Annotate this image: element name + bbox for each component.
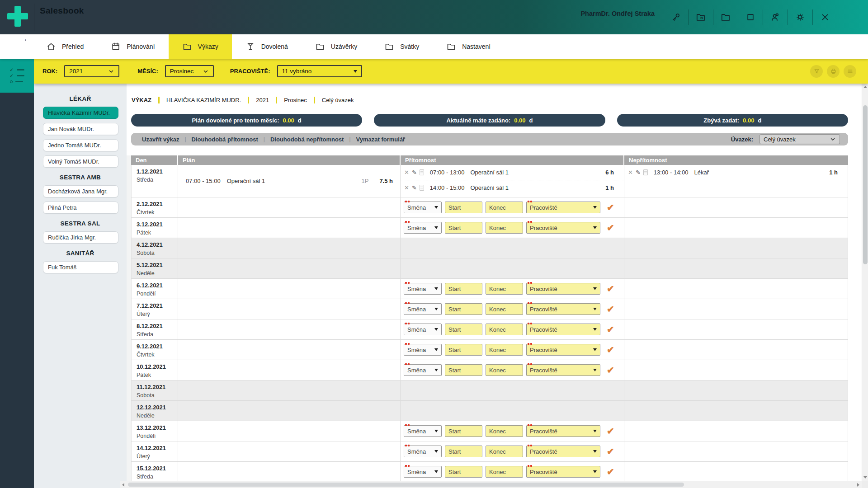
gear-icon[interactable] [795,12,806,23]
smena-select[interactable]: Směna [404,222,442,234]
start-input[interactable] [445,344,482,356]
pracoviste-row-select[interactable]: Pracoviště [526,344,600,356]
sidebar-item-pilna-petra[interactable]: Pilná Petra [43,202,118,214]
sidebar-item-rucicka-jirka-mgr-[interactable]: Ručička Jirka Mgr. [43,231,118,244]
smena-select[interactable]: Směna [404,446,442,457]
action-dlouhodoba-nepritomnost[interactable]: Dlouhodobá nepřítomnost [265,136,349,143]
confirm-check-button[interactable]: ✔ [607,222,614,233]
sidebar-item-jan-novak-mudr-[interactable]: Jan Novák MUDr. [43,123,118,135]
scroll-right-icon[interactable] [857,483,859,487]
close-icon[interactable] [820,12,830,23]
scroll-up-icon[interactable] [863,86,867,88]
sidebar-toggle[interactable]: ✓ ✓ [0,59,34,93]
action-vymazat-formular[interactable]: Vymazat formulář [351,136,411,143]
konec-input[interactable] [486,425,523,437]
folder-n-icon[interactable]: N [695,12,706,23]
konec-input[interactable] [486,303,523,315]
smena-select[interactable]: Směna [404,344,442,356]
konec-input[interactable] [486,344,523,356]
print-button[interactable] [827,65,840,78]
smena-select[interactable]: Směna [404,364,442,376]
key-icon[interactable] [670,12,681,23]
start-input[interactable] [445,283,482,295]
mesic-select[interactable]: Prosinec [165,65,214,77]
user-switch-icon[interactable] [770,12,781,23]
uvazek-select[interactable]: Celý úvazek [760,134,840,144]
smena-select[interactable]: Směna [404,425,442,437]
smena-select[interactable]: Směna [404,466,442,478]
pracoviste-row-select[interactable]: Pracoviště [526,466,600,478]
pracoviste-select[interactable]: 11 vybráno [277,65,362,77]
confirm-check-button[interactable]: ✔ [607,426,614,436]
confirm-check-button[interactable]: ✔ [607,365,614,375]
pracoviste-row-select[interactable]: Pracoviště [526,364,600,376]
stop-icon[interactable] [745,12,756,23]
vertical-scrollbar[interactable] [862,84,868,481]
confirm-check-button[interactable]: ✔ [607,466,614,477]
scroll-left-icon[interactable] [122,483,124,487]
konec-input[interactable] [486,446,523,457]
action-dlouhodoba-pritomnost[interactable]: Dlouhodobá přítomnost [186,136,264,143]
smena-select[interactable]: Směna [404,283,442,295]
confirm-check-button[interactable]: ✔ [607,446,614,457]
folder-icon[interactable] [720,12,731,23]
edit-icon[interactable]: ✎ [412,169,417,175]
pracoviste-row-select[interactable]: Pracoviště [526,446,600,457]
delete-icon[interactable]: ✕ [404,185,409,191]
tab-planovani[interactable]: Plánování [97,34,168,59]
copy-icon[interactable] [420,185,424,191]
sidebar-item-volny-tomas-mudr-[interactable]: Volný Tomáš MUDr. [43,155,118,168]
tab-nastaveni[interactable]: Nastavení [433,34,504,59]
konec-input[interactable] [486,324,523,335]
menu-button[interactable] [844,65,856,78]
sidebar-item-hlavicka-kazimir-mudr-[interactable]: Hlavička Kazimír MUDr. [43,107,118,119]
pracoviste-row-select[interactable]: Pracoviště [526,202,600,213]
start-input[interactable] [445,324,482,335]
horizontal-scrollbar[interactable] [120,481,862,488]
start-input[interactable] [445,466,482,478]
confirm-check-button[interactable]: ✔ [607,283,614,294]
delete-icon[interactable]: ✕ [628,169,633,175]
pracoviste-row-select[interactable]: Pracoviště [526,283,600,295]
sidebar-item-fuk-tomas[interactable]: Fuk Tomáš [43,261,118,273]
vertical-scroll-thumb[interactable] [863,105,868,264]
start-input[interactable] [445,425,482,437]
action-uzavrit-vykaz[interactable]: Uzavřít výkaz [137,136,184,143]
smena-select[interactable]: Směna [404,324,442,335]
confirm-check-button[interactable]: ✔ [607,324,614,335]
tab-dovolena[interactable]: Dovolená [232,34,302,59]
collapse-arrow-icon[interactable]: → [21,35,28,42]
konec-input[interactable] [486,202,523,213]
start-input[interactable] [445,446,482,457]
horizontal-scroll-thumb[interactable] [128,483,684,487]
smena-select[interactable]: Směna [404,303,442,315]
konec-input[interactable] [486,283,523,295]
sidebar-item-jedno-tomas-mudr-[interactable]: Jedno Tomáš MUDr. [43,139,118,151]
tab-uzaverky[interactable]: Uzávěrky [302,34,371,59]
tab-vykazy[interactable]: Výkazy [169,34,232,59]
copy-icon[interactable] [643,169,648,175]
start-input[interactable] [445,202,482,213]
smena-select[interactable]: Směna [404,202,442,213]
scroll-down-icon[interactable] [863,476,867,479]
edit-icon[interactable]: ✎ [412,185,417,191]
edit-icon[interactable]: ✎ [636,169,641,175]
konec-input[interactable] [486,222,523,234]
pracoviste-row-select[interactable]: Pracoviště [526,425,600,437]
start-input[interactable] [445,303,482,315]
pracoviste-row-select[interactable]: Pracoviště [526,303,600,315]
pracoviste-row-select[interactable]: Pracoviště [526,222,600,234]
sidebar-item-dochazkova-jana-mgr-[interactable]: Docházková Jana Mgr. [43,185,118,197]
confirm-check-button[interactable]: ✔ [607,344,614,355]
pracoviste-row-select[interactable]: Pracoviště [526,324,600,335]
tab-prehled[interactable]: Přehled [33,34,97,59]
confirm-check-button[interactable]: ✔ [607,304,614,314]
start-input[interactable] [445,364,482,376]
konec-input[interactable] [486,466,523,478]
rok-select[interactable]: 2021 [64,65,119,77]
delete-icon[interactable]: ✕ [404,169,409,175]
confirm-check-button[interactable]: ✔ [607,202,614,213]
tab-svatky[interactable]: Svátky [371,34,433,59]
copy-icon[interactable] [420,169,424,175]
konec-input[interactable] [486,364,523,376]
